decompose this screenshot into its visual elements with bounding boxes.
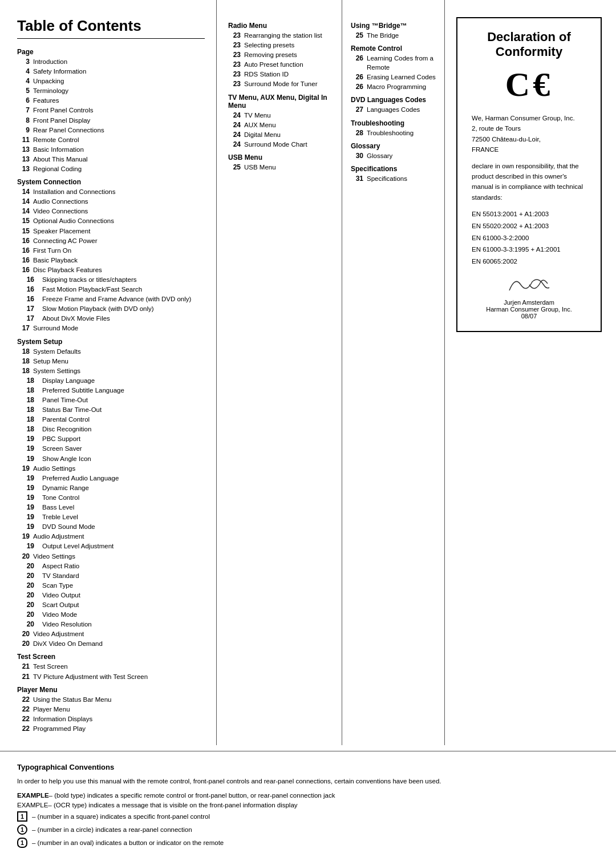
toc-entry: 15Optional Audio Connections: [17, 216, 205, 225]
toc-page-number: 18: [17, 367, 30, 375]
toc-entry-text: DivX Video On Demand: [33, 639, 103, 648]
toc-entry: 16Freeze Frame and Frame Advance (with D…: [17, 294, 205, 304]
toc-entry: 19Preferred Audio Language: [17, 474, 205, 483]
toc-page-number: 15: [17, 217, 30, 225]
declaration-address1: 2, route de Tours: [472, 123, 586, 134]
toc-page-number: 16: [17, 256, 30, 264]
toc-entry-text: Video Connections: [33, 207, 88, 216]
declaration-and-cols: Radio Menu23Rearranging the station list…: [217, 0, 616, 745]
toc-entry: 25The Bridge: [351, 31, 436, 40]
toc-entry-text: Video Adjustment: [33, 629, 84, 638]
toc-entry: 19Tone Control: [17, 493, 205, 502]
toc-entry: 25USB Menu: [228, 163, 333, 172]
toc-entry-text: Information Displays: [33, 714, 92, 723]
toc-entry-text: PBC Support: [38, 434, 80, 443]
toc-page-number: 21: [17, 662, 30, 670]
toc-entry: 20Scart Output: [17, 600, 205, 609]
toc-page-number: 15: [17, 227, 30, 235]
toc-page-number: 19: [17, 455, 34, 463]
example-square-icon: 1: [17, 811, 27, 822]
declaration-title: Declaration of Conformity: [472, 30, 586, 59]
toc-entry-text: TV Picture Adjustment with Test Screen: [33, 672, 148, 681]
toc-page-number: 19: [17, 444, 34, 452]
toc-entry-text: Surround Mode for Tuner: [244, 79, 318, 88]
toc-page-number: 20: [17, 581, 34, 589]
toc-page-number: 23: [228, 51, 241, 59]
toc-page-number: 23: [228, 41, 241, 49]
toc-entry: 20Video Settings: [17, 552, 205, 561]
toc-entry: 31Specifications: [351, 174, 436, 183]
toc-page-number: 14: [17, 188, 30, 196]
toc-entry-text: Freeze Frame and Frame Advance (with DVD…: [38, 294, 191, 304]
toc-entry-text: Disc Recognition: [38, 424, 91, 434]
standard-item: EN 60065:2002: [472, 256, 586, 268]
toc-entry: 28Troubleshooting: [351, 128, 436, 138]
toc-page-number: 20: [17, 591, 34, 599]
toc-entry: 26Erasing Learned Codes: [351, 72, 436, 82]
toc-entry-text: Dynamic Range: [38, 483, 89, 492]
toc-page-number: 20: [17, 640, 30, 648]
toc-entry: 11Remote Control: [17, 135, 205, 144]
toc-entry: 20TV Standard: [17, 571, 205, 580]
toc-entry: 14Video Connections: [17, 207, 205, 216]
toc-entry-text: Video Mode: [38, 610, 77, 619]
toc-entry: 9Rear Panel Connections: [17, 126, 205, 135]
toc-section-heading: System Setup: [17, 338, 205, 346]
toc-section-heading: Player Menu: [17, 686, 205, 694]
toc-page-number: 24: [228, 121, 241, 129]
toc-section-heading: TV Menu, AUX Menu, Digital In Menu: [228, 94, 333, 110]
toc-entry-text: Speaker Placement: [33, 227, 90, 236]
toc-entry: 18Panel Time-Out: [17, 395, 205, 405]
toc-entry-text: Player Menu: [33, 705, 70, 714]
right-panel: Radio Menu23Rearranging the station list…: [217, 0, 616, 745]
toc-page-number: 21: [17, 673, 30, 681]
toc-entry: 14Installation and Connections: [17, 187, 205, 196]
toc-entry-text: Installation and Connections: [33, 187, 116, 196]
toc-entry-text: Output Level Adjustment: [38, 541, 114, 551]
toc-entry-text: Using the Status Bar Menu: [33, 695, 111, 704]
toc-entry: 15Speaker Placement: [17, 227, 205, 236]
toc-page-number: 4: [17, 67, 30, 75]
toc-entry-text: Surround Mode: [33, 324, 78, 333]
toc-page-number: 24: [228, 140, 241, 148]
example-description: – (OCR type) indicates a message that is…: [48, 802, 297, 808]
toc-entry: 13About This Manual: [17, 155, 205, 164]
toc-page-number: 20: [17, 601, 34, 609]
toc-section-heading: Remote Control: [351, 45, 436, 52]
toc-entry-text: Screen Saver: [38, 444, 82, 453]
toc-section-heading: Radio Menu: [228, 22, 333, 30]
toc-entry-text: Treble Level: [38, 512, 78, 521]
toc-page-number: 27: [351, 106, 363, 114]
toc-entry-text: Programmed Play: [33, 724, 86, 733]
toc-page-number: 19: [17, 464, 30, 472]
toc-page-number: 26: [351, 73, 363, 81]
toc-entry: 19Screen Saver: [17, 444, 205, 453]
declaration-panel: Declaration of Conformity C€ We, Harman …: [445, 0, 616, 745]
toc-entry: 27Languages Codes: [351, 105, 436, 114]
toc-entry-text: Troubleshooting: [367, 128, 414, 138]
toc-entry-text: Audio Adjustment: [33, 532, 84, 541]
toc-page-number: 17: [17, 305, 34, 313]
declaration-address2: 72500 Château-du-Loir,: [472, 134, 586, 144]
toc-page-number: 16: [17, 246, 30, 254]
toc-entry: 13Regional Coding: [17, 164, 205, 173]
ce-mark: C€: [472, 65, 586, 104]
bottom-section: Typographical Conventions In order to he…: [0, 751, 616, 849]
toc-entry-text: Learning Codes from a Remote: [367, 54, 436, 72]
standard-item: EN 61000-3-2:2000: [472, 232, 586, 244]
toc-section-heading: Specifications: [351, 165, 436, 173]
toc-entry-text: USB Menu: [244, 163, 276, 172]
signer-company: Harman Consumer Group, Inc.: [472, 306, 586, 313]
example-ocr-text: EXAMPLE: [17, 802, 48, 808]
toc-entry: 16Skipping tracks or titles/chapters: [17, 275, 205, 284]
toc-entry-text: Audio Settings: [33, 464, 75, 473]
toc-entry-text: Auto Preset function: [244, 60, 303, 69]
toc-entry: 7Front Panel Controls: [17, 106, 205, 115]
toc-entry-text: Terminology: [33, 86, 68, 95]
toc-entry: 18System Defaults: [17, 347, 205, 356]
toc-entry: 23RDS Station ID: [228, 70, 333, 79]
toc-entry: 23Surround Mode for Tuner: [228, 79, 333, 88]
toc-entry-text: Display Language: [38, 376, 95, 385]
toc-entry: 23Rearranging the station list: [228, 31, 333, 40]
toc-entry-text: Panel Time-Out: [38, 395, 88, 405]
